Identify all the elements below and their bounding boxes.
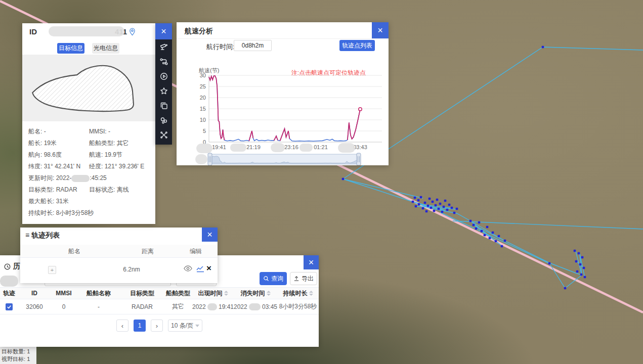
query-button[interactable]: 查询 [260,272,287,285]
export-button[interactable]: 导出 [290,272,317,285]
datazoom-left-handle[interactable] [208,153,212,165]
upload-icon [293,276,299,282]
current-page-button[interactable]: 1 [134,320,146,332]
col-ship-name: 船舶名称 [77,288,120,299]
distance-value: 6.2nm [114,266,149,273]
svg-text:23:16: 23:16 [284,144,298,150]
map-track-point[interactable] [436,199,439,201]
cell-ship-name: - [77,299,120,314]
redaction-patch [196,144,212,153]
tools-icon[interactable] [155,127,172,142]
map-track-point[interactable] [451,207,453,209]
sort-icon[interactable] [309,291,313,296]
view-eye-icon[interactable] [184,265,192,274]
copy-icon[interactable] [155,98,172,113]
map-track-point[interactable] [439,203,442,205]
map-track-point[interactable] [438,208,440,210]
devices-icon[interactable] [155,113,172,127]
map-track-point[interactable] [430,207,433,209]
map-track-point[interactable] [579,263,582,266]
map-track-point[interactable] [412,201,414,203]
map-track-point[interactable] [564,287,567,290]
svg-text:01:21: 01:21 [314,144,328,150]
map-track-point[interactable] [427,205,430,207]
sort-icon[interactable] [224,291,228,296]
map-track-point[interactable] [453,212,456,214]
row-checkbox[interactable] [6,303,13,310]
col-id: ID [18,288,51,299]
track-list-close-button[interactable]: × [202,228,218,242]
map-track-point[interactable] [415,205,417,208]
col-target-type: 目标类型 [120,288,164,299]
col-appear-time[interactable]: 出现时间 [192,288,234,299]
map-track-point[interactable] [574,250,576,252]
map-track-point[interactable] [443,206,445,208]
map-track-point[interactable] [548,262,551,265]
map-track-point[interactable] [475,228,478,230]
map-track-point[interactable] [578,252,580,255]
tab-target-info[interactable]: 目标信息 [57,43,84,54]
map-track-point[interactable] [489,237,491,240]
history-icon [4,263,11,270]
map-track-point[interactable] [435,204,437,207]
map-track-point[interactable] [580,274,583,276]
map-track-point[interactable] [584,276,586,279]
map-track-point[interactable] [432,201,434,203]
speed-chart-icon[interactable] [196,265,204,274]
map-track-point[interactable] [495,240,497,243]
map-track-point[interactable] [456,208,458,210]
map-track-point[interactable] [576,270,579,273]
expand-button[interactable]: + [48,266,56,274]
sort-icon[interactable] [267,291,271,296]
redaction-patch [299,144,313,152]
prev-page-button[interactable]: ‹ [116,320,128,332]
col-duration[interactable]: 持续时长 [277,288,319,299]
map-track-point[interactable] [417,199,420,202]
map-track-point[interactable] [424,202,426,204]
map-track-point[interactable] [492,232,494,234]
map-track-point[interactable] [504,240,506,242]
map-track-point[interactable] [433,210,436,212]
map-track-point[interactable] [441,211,444,213]
map-track-point[interactable] [581,256,584,259]
next-page-button[interactable]: › [151,320,163,332]
map-track-point[interactable] [425,210,428,213]
map-track-point[interactable] [481,230,483,233]
route-icon[interactable] [155,54,172,69]
map-track-point[interactable] [420,196,422,199]
map-track-point[interactable] [342,178,345,180]
history-close-button[interactable]: × [304,255,319,269]
map-track-point[interactable] [498,235,500,238]
tab-optical-info[interactable]: 光电信息 [92,43,119,54]
map-track-point[interactable] [478,221,481,224]
camera-icon[interactable] [155,39,172,54]
col-disappear-time[interactable]: 消失时间 [234,288,277,299]
redaction-patch [195,154,207,164]
page-size-select[interactable]: 10 条/页 [168,320,202,332]
history-play-icon[interactable] [155,69,172,83]
delete-icon[interactable]: × [206,263,211,274]
map-track-point[interactable] [501,245,503,248]
map-track-point[interactable] [414,197,416,199]
map-track-point[interactable] [469,220,472,222]
map-track-point[interactable] [422,207,424,210]
map-track-point[interactable] [486,226,489,229]
info-close-button[interactable]: × [155,23,172,39]
map-track-point[interactable] [484,234,486,237]
map-track-point[interactable] [583,267,585,269]
map-track-point[interactable] [542,46,544,49]
map-track-point[interactable] [473,224,475,226]
map-track-point[interactable] [418,203,420,206]
locate-pin-icon[interactable] [129,28,136,36]
map-track-point[interactable] [446,209,449,211]
col-edit: 编辑 [190,247,202,256]
map-track-point[interactable] [448,204,451,206]
map-track-point[interactable] [575,260,578,263]
track-list-header: 船名 距离 编辑 [20,245,218,258]
cell-id: 32060 [18,299,51,314]
favorite-star-icon[interactable] [155,83,172,98]
cell-appear-time: 202219:41 [192,299,234,314]
map-track-point[interactable] [444,200,447,202]
datazoom-right-handle[interactable] [357,153,361,165]
map-track-point[interactable] [428,198,431,200]
